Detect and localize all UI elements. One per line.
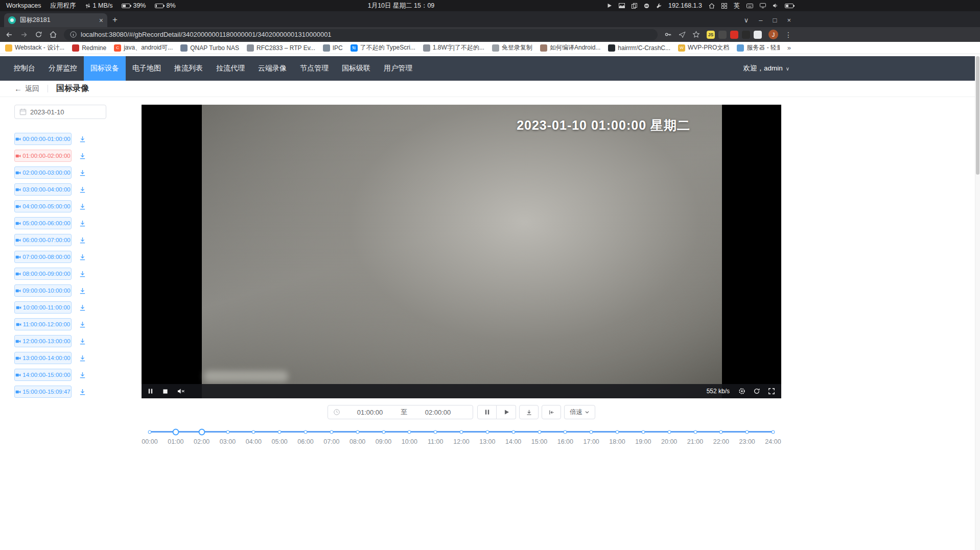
timeline-tick[interactable] xyxy=(304,430,308,434)
bookmark-item[interactable]: RFC2833 – RTP Ev... xyxy=(247,44,315,52)
ip-address-indicator[interactable]: 192.168.1.3 xyxy=(668,2,702,9)
screencast-play-icon[interactable] xyxy=(607,3,612,8)
record-segment-button[interactable]: 11:00:00-12:00:00 xyxy=(14,318,72,330)
timeline-tick[interactable] xyxy=(148,430,152,434)
bookmark-item[interactable]: Redmine xyxy=(72,44,106,52)
tiles-icon[interactable] xyxy=(721,3,727,9)
record-segment-button[interactable]: 10:00:00-11:00:00 xyxy=(14,301,72,314)
record-segment-button[interactable]: 04:00:00-05:00:00 xyxy=(14,200,72,212)
bookmarks-overflow-icon[interactable]: » xyxy=(787,44,792,52)
tray-battery-icon[interactable] xyxy=(785,4,794,8)
app-indicator-icon[interactable] xyxy=(644,3,649,9)
time-range-picker[interactable]: 01:00:00 至 02:00:00 xyxy=(328,405,473,419)
nav-item-10[interactable]: 用户管理 xyxy=(377,56,419,81)
page-scrollbar[interactable] xyxy=(975,56,980,550)
refresh-icon[interactable] xyxy=(753,388,760,395)
tools-icon[interactable] xyxy=(656,3,662,9)
timeline-tick[interactable] xyxy=(693,430,697,434)
bookmark-star-icon[interactable] xyxy=(692,31,700,38)
record-segment-button[interactable]: 05:00:00-06:00:00 xyxy=(14,217,72,229)
timeline-tick[interactable] xyxy=(745,430,749,434)
segment-download-icon[interactable] xyxy=(79,371,86,379)
segment-download-icon[interactable] xyxy=(79,270,86,278)
record-segment-button[interactable]: 13:00:00-14:00:00 xyxy=(14,352,72,364)
record-segment-button[interactable]: 01:00:00-02:00:00 xyxy=(14,150,72,162)
segment-download-icon[interactable] xyxy=(79,388,86,396)
timeline-tick[interactable] xyxy=(226,430,229,434)
nav-item-9[interactable]: 国标级联 xyxy=(335,56,377,81)
timeline-handle[interactable] xyxy=(172,428,179,435)
timeline-tick[interactable] xyxy=(667,430,671,434)
settings-gear-icon[interactable] xyxy=(738,388,745,395)
segment-download-icon[interactable] xyxy=(79,186,86,194)
window-minimize-button[interactable]: – xyxy=(759,16,762,24)
timeline-tick[interactable] xyxy=(641,430,645,434)
record-segment-button[interactable]: 06:00:00-07:00:00 xyxy=(14,234,72,246)
bookmark-item[interactable]: Cjava、android可... xyxy=(114,43,173,52)
timeline-tick[interactable] xyxy=(382,430,385,434)
segment-download-icon[interactable] xyxy=(79,253,86,261)
play-button[interactable] xyxy=(497,405,516,419)
segment-download-icon[interactable] xyxy=(79,203,86,210)
record-segment-button[interactable]: 15:00:00-15:09:47 xyxy=(14,386,72,398)
back-button[interactable]: ← 返回 xyxy=(14,84,39,93)
nav-item-1[interactable]: 控制台 xyxy=(7,56,42,81)
window-close-button[interactable]: × xyxy=(787,16,791,24)
bookmark-item[interactable]: QNAP Turbo NAS xyxy=(180,44,239,52)
record-segment-button[interactable]: 03:00:00-04:00:00 xyxy=(14,183,72,196)
browser-menu-icon[interactable]: ⋮ xyxy=(785,31,792,39)
extension-icon[interactable] xyxy=(730,31,738,39)
pause-icon[interactable] xyxy=(148,388,153,394)
extension-icon[interactable] xyxy=(742,31,750,39)
end-time-input[interactable]: 02:00:00 xyxy=(408,409,468,416)
timeline-tick[interactable] xyxy=(434,430,437,434)
browser-tab[interactable]: 国标28181 × xyxy=(4,13,107,27)
extension-icon[interactable] xyxy=(754,31,762,39)
clock-button[interactable]: 1月10日 星期二 15：09 xyxy=(368,0,435,11)
applications-button[interactable]: 应用程序 xyxy=(51,2,76,10)
home-icon[interactable] xyxy=(709,3,715,9)
timeline-tick[interactable] xyxy=(538,430,541,434)
timeline-tick[interactable] xyxy=(616,430,619,434)
pause-button[interactable] xyxy=(477,405,497,419)
profile-avatar[interactable]: J xyxy=(768,30,778,39)
tab-search-icon[interactable]: ∨ xyxy=(744,16,749,24)
segment-download-icon[interactable] xyxy=(79,236,86,244)
clipboard-icon[interactable] xyxy=(632,3,637,9)
nav-item-3[interactable]: 国标设备 xyxy=(84,56,126,81)
segment-download-icon[interactable] xyxy=(79,169,86,177)
fullscreen-icon[interactable] xyxy=(768,388,775,395)
share-icon[interactable] xyxy=(679,31,686,38)
timeline-tick[interactable] xyxy=(772,430,775,434)
segment-download-icon[interactable] xyxy=(79,354,86,362)
timeline-tick[interactable] xyxy=(330,430,333,434)
segment-download-icon[interactable] xyxy=(79,338,86,345)
bookmark-item[interactable]: hairrrrr/C-CrashC... xyxy=(608,44,670,52)
bookmark-item[interactable]: 1.8W字|了不起的... xyxy=(423,43,484,52)
bookmark-item[interactable]: Webstack - 设计... xyxy=(5,43,64,52)
record-segment-button[interactable]: 12:00:00-13:00:00 xyxy=(14,335,72,347)
user-menu[interactable]: 欢迎，admin ∨ xyxy=(743,56,789,81)
record-segment-button[interactable]: 07:00:00-08:00:00 xyxy=(14,251,72,263)
nav-item-5[interactable]: 推流列表 xyxy=(168,56,209,81)
segment-download-icon[interactable] xyxy=(79,321,86,328)
timeline-tick[interactable] xyxy=(564,430,567,434)
nav-item-8[interactable]: 节点管理 xyxy=(293,56,335,81)
segment-download-icon[interactable] xyxy=(79,135,86,143)
address-bar[interactable]: localhost:38080/#/gbRecordDetail/3402000… xyxy=(64,29,658,40)
segment-download-icon[interactable] xyxy=(79,220,86,227)
record-segment-button[interactable]: 08:00:00-09:00:00 xyxy=(14,268,72,280)
bookmark-item[interactable]: WWVP-PRO文档 xyxy=(678,43,729,52)
bookmark-item[interactable]: 知了不起的 TypeScri... xyxy=(351,43,415,52)
bookmark-item[interactable]: 如何编译Android... xyxy=(540,43,600,52)
nav-item-2[interactable]: 分屏监控 xyxy=(42,56,84,81)
forward-nav-icon[interactable] xyxy=(20,31,28,39)
timeline-tick[interactable] xyxy=(590,430,593,434)
record-segment-button[interactable]: 00:00:00-01:00:00 xyxy=(14,133,72,145)
password-key-icon[interactable] xyxy=(664,31,672,38)
timeline-tick[interactable] xyxy=(511,430,515,434)
timeline-tick[interactable] xyxy=(356,430,359,434)
tab-close-icon[interactable]: × xyxy=(99,17,103,24)
timeline-handle[interactable] xyxy=(198,428,205,435)
extension-icon[interactable] xyxy=(718,31,727,39)
